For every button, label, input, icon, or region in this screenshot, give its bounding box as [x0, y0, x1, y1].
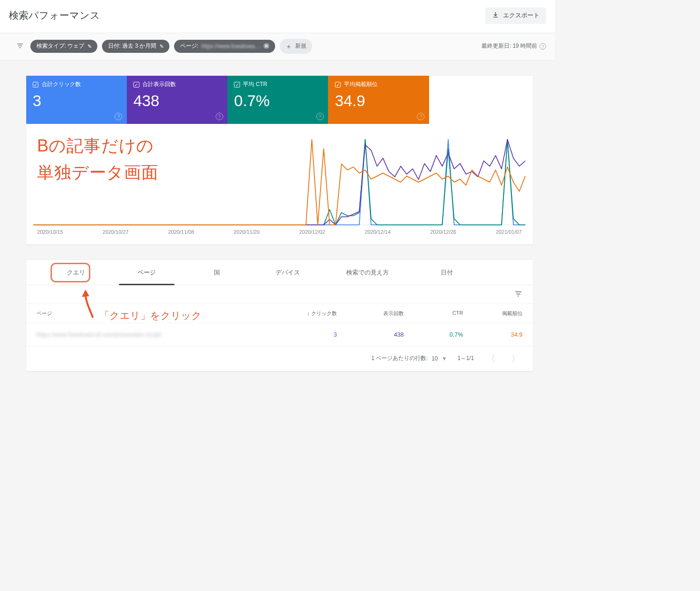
page-range: 1～1/1	[458, 355, 474, 362]
col-header-ctr[interactable]: CTR	[404, 310, 463, 317]
filter-icon[interactable]	[16, 42, 24, 50]
annotation-text: Bの記事だけの 単独データ画面	[37, 133, 159, 186]
metric-value: 34.9	[335, 92, 423, 110]
col-header-position[interactable]: 掲載順位	[463, 310, 523, 317]
chip-date[interactable]: 日付: 過去 3 か月間 ✎	[102, 40, 170, 53]
help-icon[interactable]: ?	[540, 43, 546, 50]
metric-label: 平均掲載順位	[344, 81, 378, 88]
plus-icon: ＋	[285, 42, 292, 51]
chip-url: https://www.fuwafuwa…	[201, 43, 260, 50]
col-header-clicks[interactable]: ↓クリック数	[270, 310, 337, 317]
cell-ctr: 0.7%	[404, 332, 463, 338]
checkbox-icon	[335, 82, 341, 88]
checkbox-icon	[33, 82, 39, 88]
pagination: 1 ページあたりの行数: 10 ▼ 1～1/1 〈 〉	[26, 346, 533, 371]
help-icon[interactable]: ?	[115, 113, 122, 120]
metrics-row: 合計クリック数 3 ? 合計表示回数 438 ? 平均 CTR 0.7% ? 平…	[26, 76, 533, 124]
last-updated: 最終更新日: 19 時間前 ?	[481, 43, 546, 50]
page-title: 検索パフォーマンス	[9, 9, 100, 22]
chip-search-type[interactable]: 検索タイプ: ウェブ ✎	[30, 40, 97, 53]
chevron-down-icon: ▼	[442, 355, 447, 362]
annotation-arrow: 「クエリ」をクリック	[74, 288, 202, 322]
help-icon[interactable]: ?	[216, 113, 223, 120]
help-icon[interactable]: ?	[417, 113, 424, 120]
chip-label: 検索タイプ: ウェブ	[36, 43, 85, 50]
x-tick: 2020/11/20	[233, 229, 260, 235]
chip-page[interactable]: ページ: https://www.fuwafuwa…	[174, 40, 275, 53]
x-tick: 2020/10/27	[102, 229, 129, 235]
metric-label: 平均 CTR	[243, 81, 267, 88]
metric-value: 0.7%	[234, 92, 321, 110]
tab-date[interactable]: 日付	[412, 260, 482, 285]
tab-page[interactable]: ページ	[111, 260, 182, 285]
rows-per-page[interactable]: 1 ページあたりの行数: 10 ▼	[371, 355, 447, 362]
prev-page-button[interactable]: 〈	[484, 353, 498, 364]
metric-value: 438	[133, 92, 221, 110]
chip-label: 新規	[295, 43, 306, 50]
cell-url: https://www.fuwafuwa-af.com/primevideo-s…	[36, 332, 270, 338]
tab-country[interactable]: 国	[182, 260, 253, 285]
x-axis-labels: 2020/10/152020/10/272020/11/082020/11/20…	[33, 228, 525, 241]
close-icon[interactable]	[263, 43, 270, 50]
x-tick: 2020/12/26	[430, 229, 456, 235]
checkbox-icon	[234, 82, 240, 88]
x-tick: 2020/11/08	[168, 229, 194, 235]
tab-device[interactable]: デバイス	[252, 260, 323, 285]
chip-new[interactable]: ＋ 新規	[280, 39, 313, 54]
chip-label: ページ:	[180, 43, 198, 50]
chip-label: 日付: 過去 3 か月間	[108, 43, 157, 50]
pencil-icon: ✎	[88, 43, 92, 50]
rows-label: 1 ページあたりの行数:	[371, 355, 428, 362]
export-button[interactable]: エクスポート	[485, 7, 546, 24]
metric-impressions[interactable]: 合計表示回数 438 ?	[127, 76, 227, 124]
tab-query[interactable]: クエリ	[41, 260, 111, 285]
x-tick: 2020/10/15	[37, 229, 63, 235]
metric-label: 合計表示回数	[142, 81, 176, 88]
breakdown-card: 「クエリ」をクリック クエリページ国デバイス検索での見え方日付 ページ ↓クリッ…	[26, 260, 533, 371]
performance-card: 合計クリック数 3 ? 合計表示回数 438 ? 平均 CTR 0.7% ? 平…	[26, 76, 533, 245]
tabs: 「クエリ」をクリック クエリページ国デバイス検索での見え方日付	[26, 260, 533, 285]
sort-desc-icon: ↓	[307, 310, 310, 316]
metric-value: 3	[33, 92, 120, 110]
filter-icon[interactable]	[514, 290, 522, 299]
filter-bar: 検索タイプ: ウェブ ✎ 日付: 過去 3 か月間 ✎ ページ: https:/…	[0, 33, 555, 61]
download-icon	[492, 11, 499, 20]
checkbox-icon	[133, 82, 139, 88]
x-tick: 2020/12/14	[365, 229, 391, 235]
col-header-impressions[interactable]: 表示回数	[337, 310, 404, 317]
tab-appearance[interactable]: 検索での見え方	[323, 260, 412, 285]
x-tick: 2021/01/07	[496, 229, 522, 235]
header: 検索パフォーマンス エクスポート	[0, 0, 555, 33]
cell-clicks: 3	[270, 332, 337, 338]
chart-area: Bの記事だけの 単独データ画面 2020/10/152020/10/272020…	[26, 124, 533, 245]
metric-clicks[interactable]: 合計クリック数 3 ?	[26, 76, 127, 124]
help-icon[interactable]: ?	[316, 113, 324, 120]
table-row[interactable]: https://www.fuwafuwa-af.com/primevideo-s…	[26, 323, 533, 346]
next-page-button[interactable]: 〉	[509, 353, 523, 364]
export-label: エクスポート	[503, 12, 540, 20]
metric-position[interactable]: 平均掲載順位 34.9 ?	[328, 76, 429, 124]
cell-position: 34.9	[463, 332, 523, 338]
rows-value: 10	[432, 355, 438, 362]
cell-impressions: 438	[337, 332, 404, 338]
metric-ctr[interactable]: 平均 CTR 0.7% ?	[227, 76, 328, 124]
x-tick: 2020/12/02	[299, 229, 325, 235]
pencil-icon: ✎	[160, 43, 164, 50]
metric-label: 合計クリック数	[42, 81, 81, 88]
